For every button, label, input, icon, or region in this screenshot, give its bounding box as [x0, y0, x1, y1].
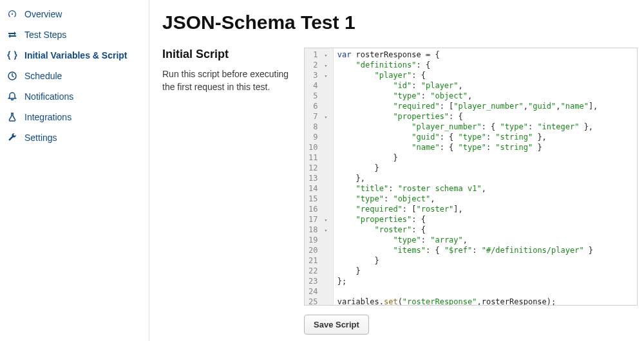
sidebar-item-label: Overview [24, 9, 62, 19]
line-number: 14 [308, 183, 328, 194]
line-number: 2 ▾ [308, 60, 328, 70]
sidebar-item-label: Integrations [24, 112, 71, 122]
code-line[interactable]: var rosterResponse = { [337, 50, 633, 60]
code-line[interactable]: }, [337, 173, 633, 183]
line-number: 12 [308, 163, 328, 173]
code-line[interactable]: "title": "roster schema v1", [337, 183, 633, 194]
clock-icon [6, 71, 18, 81]
code-line[interactable]: "type": "object", [337, 91, 633, 101]
sidebar-item-settings[interactable]: Settings [0, 127, 149, 148]
line-number: 1 ▾ [308, 50, 328, 60]
main-content: JSON-Schema Test 1 Initial Script Run th… [149, 0, 644, 341]
swap-icon [6, 30, 18, 40]
code-line[interactable]: variables.set("rosterResponse",rosterRes… [337, 297, 633, 306]
code-line[interactable]: "properties": { [337, 214, 633, 225]
code-line[interactable]: } [337, 163, 633, 173]
section-description: Run this script before executing the fir… [162, 68, 291, 94]
code-line[interactable]: "player": { [337, 70, 633, 80]
code-line[interactable]: "required": ["roster"], [337, 204, 633, 214]
script-editor[interactable]: 1 ▾2 ▾3 ▾4 5 6 7 ▾8 9 10 11 12 13 14 15 … [304, 48, 638, 306]
line-number: 20 [308, 245, 328, 255]
code-line[interactable]: "guid": { "type": "string" }, [337, 132, 633, 142]
flask-icon [6, 112, 18, 122]
line-number: 13 [308, 173, 328, 183]
dashboard-icon [6, 9, 18, 19]
line-number: 6 [308, 101, 328, 111]
sidebar-item-initial-variables-script[interactable]: Initial Variables & Script [0, 45, 149, 66]
code-line[interactable]: "id": "player", [337, 80, 633, 91]
sidebar-item-integrations[interactable]: Integrations [0, 107, 149, 127]
line-number: 5 [308, 91, 328, 101]
sidebar-item-label: Initial Variables & Script [24, 50, 128, 60]
line-number: 22 [308, 266, 328, 276]
line-number: 9 [308, 132, 328, 142]
code-line[interactable]: "roster": { [337, 225, 633, 235]
code-line[interactable]: "required": ["player_number","guid","nam… [337, 101, 633, 111]
code-line[interactable]: }; [337, 276, 633, 286]
code-line[interactable]: } [337, 266, 633, 276]
braces-icon [6, 50, 18, 60]
sidebar-item-label: Schedule [24, 71, 62, 81]
line-number: 19 [308, 235, 328, 245]
section-header: Initial Script Run this script before ex… [162, 48, 291, 335]
section-title: Initial Script [162, 48, 291, 61]
line-number: 8 [308, 122, 328, 132]
save-script-button[interactable]: Save Script [304, 315, 369, 335]
line-number: 3 ▾ [308, 70, 328, 80]
line-number: 7 ▾ [308, 111, 328, 122]
line-number: 4 [308, 80, 328, 91]
editor-gutter: 1 ▾2 ▾3 ▾4 5 6 7 ▾8 9 10 11 12 13 14 15 … [305, 48, 334, 305]
line-number: 16 [308, 204, 328, 214]
editor-code[interactable]: var rosterResponse = { "definitions": { … [334, 48, 637, 305]
code-line[interactable]: "definitions": { [337, 60, 633, 70]
line-number: 15 [308, 194, 328, 204]
wrench-icon [6, 133, 18, 143]
code-line[interactable]: "properties": { [337, 111, 633, 122]
code-line[interactable]: "type": "object", [337, 194, 633, 204]
line-number: 23 [308, 276, 328, 286]
line-number: 21 [308, 255, 328, 266]
line-number: 17 ▾ [308, 214, 328, 225]
code-line[interactable]: } [337, 152, 633, 163]
line-number: 11 [308, 152, 328, 163]
code-line[interactable]: "type": "array", [337, 235, 633, 245]
sidebar-item-label: Settings [24, 133, 57, 143]
sidebar-item-schedule[interactable]: Schedule [0, 66, 149, 86]
code-line[interactable]: "player_number": { "type": "integer" }, [337, 122, 633, 132]
sidebar-item-label: Test Steps [24, 30, 66, 40]
code-line[interactable]: "items": { "$ref": "#/definitions/player… [337, 245, 633, 255]
page-title: JSON-Schema Test 1 [162, 12, 638, 33]
code-line[interactable] [337, 286, 633, 297]
line-number: 10 [308, 142, 328, 152]
code-line[interactable]: "name": { "type": "string" } [337, 142, 633, 152]
sidebar-item-notifications[interactable]: Notifications [0, 86, 149, 107]
line-number: 25 [308, 297, 328, 306]
line-number: 24 [308, 286, 328, 297]
line-number: 18 ▾ [308, 225, 328, 235]
sidebar-item-overview[interactable]: Overview [0, 4, 149, 24]
sidebar-item-test-steps[interactable]: Test Steps [0, 24, 149, 45]
bell-icon [6, 91, 18, 102]
sidebar: OverviewTest StepsInitial Variables & Sc… [0, 0, 149, 341]
code-line[interactable]: } [337, 255, 633, 266]
sidebar-item-label: Notifications [24, 91, 73, 102]
